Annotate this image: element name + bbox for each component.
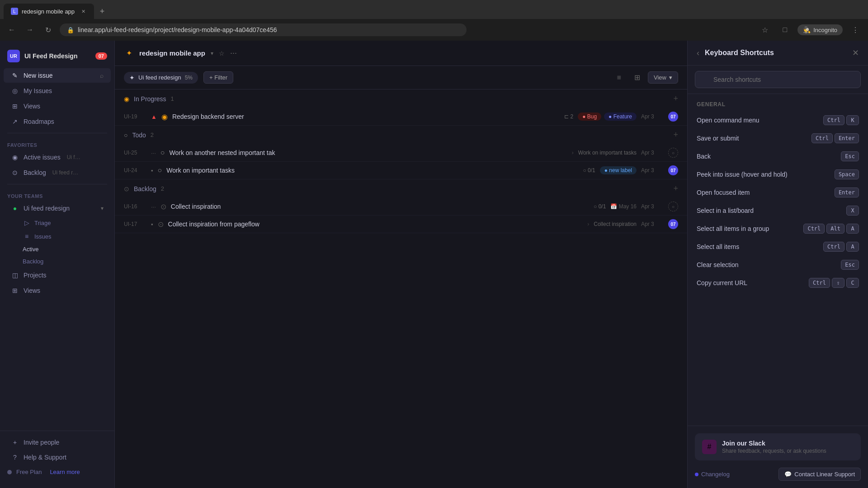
free-plan-dot [7,470,12,474]
shortcut-label: Peek into issue (hover and hold) [697,171,831,178]
new-issue-icon: ✎ [11,71,19,80]
free-plan-label: Free Plan [16,469,42,475]
search-shortcuts-input[interactable] [695,71,861,88]
project-star-icon[interactable]: ☆ [219,50,225,57]
changelog-link[interactable]: Changelog [695,471,730,478]
sidebar-item-active-issues[interactable]: ◉ Active issues Ui f… [4,150,111,164]
team-name: Ui feed redesign [24,205,70,212]
workspace-header[interactable]: UR UI Feed Redesign 07 [0,46,114,66]
sidebar-item-issues[interactable]: ≡ Issues [4,230,111,243]
shortcut-keys: Ctrl Alt A [803,224,859,234]
filter-bar: ✦ Ui feed redesign 5% + Filter ≡ ⊞ View … [115,66,687,89]
shortcuts-back-button[interactable]: ‹ [697,48,699,58]
new-tab-button[interactable]: + [96,5,108,18]
new-issue-label: New issue [24,72,53,79]
table-row[interactable]: UI-24 ▪ ○ Work on important tasks ○ 0/1 … [115,162,687,179]
slack-icon: # [702,440,717,454]
sidebar-item-views2[interactable]: ⊞ Views [4,283,111,298]
reload-button[interactable]: ↻ [42,23,54,36]
help-label: Help & Support [24,454,66,461]
learn-more-link[interactable]: Learn more [50,469,80,475]
issue-group-header-backlog[interactable]: ⊙ Backlog 2 + [115,179,687,198]
sidebar-item-views[interactable]: ⊞ Views [4,99,111,113]
shortcut-peek[interactable]: Peek into issue (hover and hold) Space [688,165,868,183]
sidebar-sub-backlog[interactable]: Backlog [4,256,111,267]
triage-label: Triage [34,220,51,226]
search-icon[interactable]: ⌕ [100,72,104,79]
table-row[interactable]: UI-25 ··· ○ Work on another nested impor… [115,144,687,162]
priority-none-icon: ··· [151,203,156,210]
sidebar-item-projects[interactable]: ◫ Projects [4,268,111,282]
shortcut-clear[interactable]: Clear selection Esc [688,256,868,274]
parent-arrow-icon: › [572,150,574,156]
shortcut-copy-url[interactable]: Copy current URL Ctrl ⇧ C [688,274,868,292]
shortcuts-close-button[interactable]: ✕ [852,48,859,58]
views2-label: Views [24,287,40,294]
issue-date: Apr 3 [641,203,664,210]
sidebar-item-invite[interactable]: + Invite people [4,435,111,450]
bookmark-icon[interactable]: ☆ [758,23,772,37]
back-nav-button[interactable]: ← [5,23,18,36]
issue-group-backlog: ⊙ Backlog 2 + UI-16 ··· ⊙ Collect inspir… [115,179,687,233]
list-view-icon[interactable]: ≡ [612,70,626,85]
status-todo-icon: ○ [158,166,162,174]
avatar: 07 [668,112,678,122]
sidebar-divider-2 [7,184,107,184]
issue-group-header-in-progress[interactable]: ◉ In Progress 1 + [115,89,687,108]
progress-icon: ✦ [129,74,135,81]
sidebar-item-help[interactable]: ? Help & Support [4,450,111,465]
progress-badge[interactable]: ✦ Ui feed redesign 5% [124,72,198,84]
shortcut-select-all[interactable]: Select all items Ctrl A [688,238,868,256]
forward-nav-button[interactable]: → [24,23,36,36]
url-bar[interactable]: 🔒 linear.app/ui-feed-redesign/project/re… [60,23,467,36]
project-menu-icon[interactable]: ··· [230,48,237,58]
browser-chrome: L redesign mobile app ✕ + ← → ↻ 🔒 linear… [0,0,868,41]
table-row[interactable]: UI-16 ··· ⊙ Collect inspiration ○ 0/1 📅 … [115,198,687,216]
shortcut-open-focused[interactable]: Open focused item Enter [688,183,868,202]
backlog-add-icon[interactable]: + [673,184,678,193]
main-content: ✦ redesign mobile app ▾ ☆ ··· ✦ Ui feed … [115,41,687,488]
in-progress-add-icon[interactable]: + [673,94,678,103]
shortcut-keys: Ctrl Enter [811,133,859,143]
filter-button[interactable]: + Filter [203,71,233,84]
table-row[interactable]: UI-17 ▪ ⊙ Collect inspiration from pagef… [115,216,687,233]
extensions-icon[interactable]: □ [778,23,792,37]
sidebar-item-roadmaps[interactable]: ↗ Roadmaps [4,114,111,129]
in-progress-label: In Progress [134,95,166,103]
tab-close-button[interactable]: ✕ [80,8,87,15]
sidebar-item-triage[interactable]: ▷ Triage [4,216,111,229]
browser-menu-icon[interactable]: ⋮ [848,23,863,37]
todo-status-icon: ○ [124,131,127,139]
shortcut-label: Open focused item [697,189,831,196]
sidebar-item-backlog-fav[interactable]: ⊙ Backlog Ui feed r… [4,165,111,180]
issue-tags: ● new label [600,166,637,174]
shortcut-open-cmd[interactable]: Open command menu Ctrl K [688,111,868,129]
issue-group-header-todo[interactable]: ○ Todo 2 + [115,126,687,144]
shortcuts-title: Keyboard Shortcuts [705,49,847,57]
tab-favicon: L [11,8,18,15]
new-issue-button[interactable]: ✎ New issue ⌕ [4,68,111,83]
active-tab[interactable]: L redesign mobile app ✕ [4,4,94,19]
table-row[interactable]: UI-19 ▲ ◉ Redesign backend server ⊏ 2 ● … [115,108,687,126]
my-issues-icon: ◎ [11,87,19,95]
slack-card[interactable]: # Join our Slack Share feedback, request… [695,433,861,460]
view-button[interactable]: View ▾ [648,71,678,84]
contact-support-button[interactable]: 💬 Contact Linear Support [778,468,861,481]
grid-view-icon[interactable]: ⊞ [630,70,644,85]
shortcut-save-submit[interactable]: Save or submit Ctrl Enter [688,129,868,147]
sidebar-item-team[interactable]: ● Ui feed redesign ▾ [4,201,111,216]
shortcut-select-group[interactable]: Select all items in a group Ctrl Alt A [688,220,868,238]
shortcut-select-list[interactable]: Select in a list/board X [688,202,868,220]
sidebar-item-my-issues[interactable]: ◎ My Issues [4,84,111,98]
kbd-esc: Esc [841,260,859,270]
priority-none-icon: ··· [151,150,156,156]
sidebar: UR UI Feed Redesign 07 ✎ New issue ⌕ ◎ M… [0,41,115,488]
kbd-enter: Enter [835,188,859,197]
todo-add-icon[interactable]: + [673,130,678,140]
sidebar-sub-active[interactable]: Active [4,244,111,255]
subtasks-badge: ○ 0/1 [583,167,595,174]
issue-date: Apr 3 [641,150,664,156]
avatar: 07 [668,165,678,175]
shortcut-keys: X [846,206,859,216]
shortcut-back[interactable]: Back Esc [688,147,868,165]
